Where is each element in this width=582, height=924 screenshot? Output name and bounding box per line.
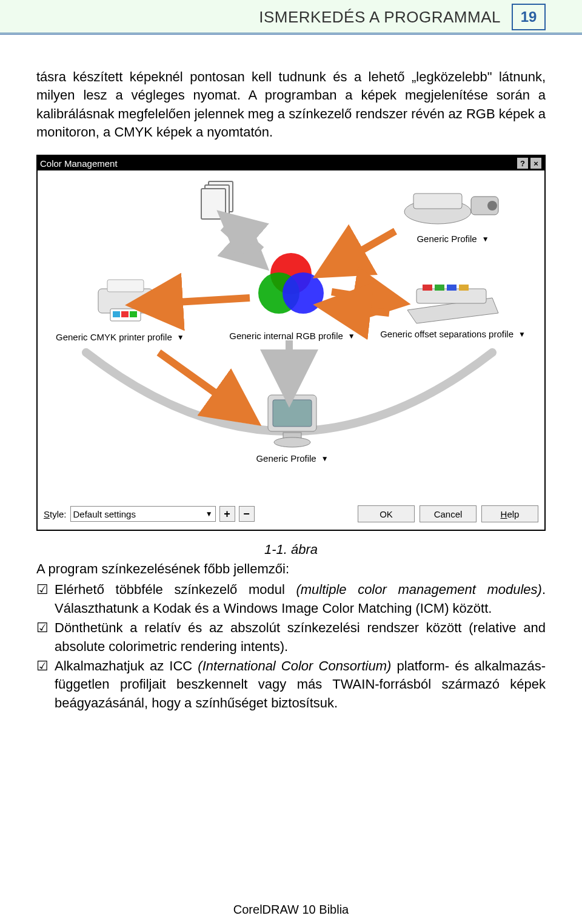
close-icon[interactable]: ×	[530, 157, 542, 169]
chevron-down-icon: ▼	[206, 510, 213, 518]
add-style-button[interactable]: +	[219, 506, 235, 522]
list-intro: A program színkezelésének főbb jellemzői…	[36, 561, 546, 577]
style-label: Style:	[44, 509, 67, 519]
chapter-title: ISMERKEDÉS A PROGRAMMAL	[259, 8, 501, 27]
cancel-button[interactable]: Cancel	[420, 505, 477, 522]
feature-list: Elérhető többféle színkezelő modul (mult…	[36, 581, 546, 712]
page-header: ISMERKEDÉS A PROGRAMMAL 19	[0, 0, 582, 35]
figure-caption: 1-1. ábra	[36, 542, 546, 558]
dialog-titlebar[interactable]: Color Management ? ×	[38, 156, 544, 170]
body-paragraph: tásra készített képeknél pontosan kell t…	[36, 68, 546, 141]
svg-line-28	[332, 231, 395, 268]
style-select[interactable]: Default settings ▼	[70, 506, 216, 522]
remove-style-button[interactable]: −	[239, 506, 255, 522]
svg-line-33	[159, 352, 244, 413]
svg-line-29	[147, 298, 250, 304]
list-item: Elérhető többféle színkezelő modul (mult…	[36, 581, 546, 618]
color-management-dialog: Color Management ? ×	[36, 155, 546, 531]
ok-button[interactable]: OK	[358, 505, 415, 522]
dialog-canvas: Generic Profile ▼ Generic internal RGB p…	[38, 170, 544, 499]
dialog-title: Color Management	[40, 158, 118, 169]
page-number: 19	[512, 4, 546, 30]
style-value: Default settings	[73, 509, 136, 519]
dialog-bottom-bar: Style: Default settings ▼ + − OK Cancel …	[38, 499, 544, 530]
page-footer: CorelDRAW 10 Biblia	[0, 903, 582, 917]
flow-arrows	[38, 170, 541, 499]
svg-line-31	[335, 307, 389, 313]
list-item: Alkalmazhatjuk az ICC (International Col…	[36, 657, 546, 712]
svg-line-30	[332, 292, 389, 301]
help-icon[interactable]: ?	[517, 157, 529, 169]
help-button[interactable]: Help	[481, 505, 538, 522]
list-item: Dönthetünk a relatív és az abszolút szín…	[36, 619, 546, 656]
